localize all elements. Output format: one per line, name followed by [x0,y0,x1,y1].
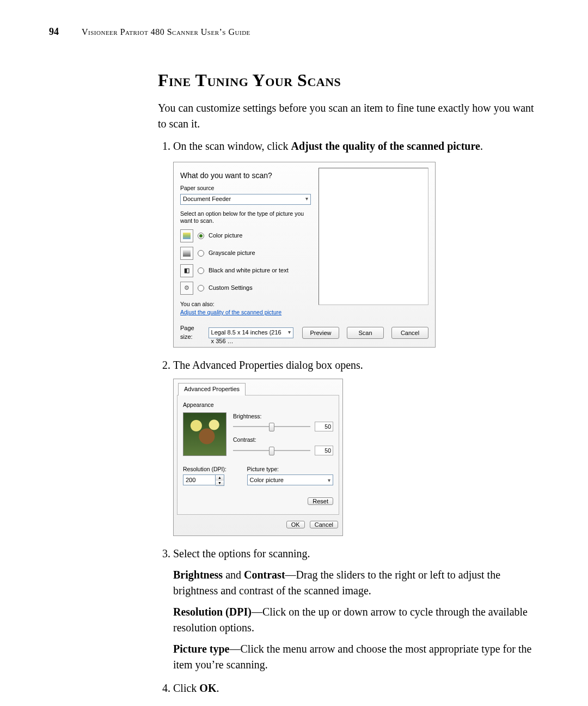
opt-color-label: Color picture [209,232,242,240]
resolution-value[interactable]: 200 [183,474,216,485]
bw-picture-icon: ◧ [180,264,193,277]
step-1-post: . [480,140,483,152]
brightness-slider[interactable] [233,426,310,427]
adjust-quality-link[interactable]: Adjust the quality of the scanned pictur… [180,308,311,317]
brightness-value[interactable]: 50 [315,422,333,431]
s3-brightness-bold: Brightness [173,569,223,581]
step-4-post: . [216,682,219,694]
grayscale-picture-icon [180,247,193,260]
step-4-bold: OK [199,682,216,694]
resolution-label: Resolution (DPI): [183,465,241,473]
opt-custom-row[interactable]: ⚙ Custom Settings [180,282,311,295]
opt-bw-label: Black and white picture or text [209,266,289,275]
step-1: On the scan window, click Adjust the qua… [173,138,539,348]
scan-button[interactable]: Scan [347,327,384,339]
ok-button[interactable]: OK [286,521,305,528]
cancel-button-d1[interactable]: Cancel [391,327,428,339]
step-4: Click OK. [173,680,539,696]
page-size-combo[interactable]: Legal 8.5 x 14 inches (216 x 356 … [209,327,293,338]
step-2: The Advanced Properties dialog box opens… [173,357,539,536]
preview-thumbnail [183,412,226,456]
intro-paragraph: You can customize settings before you sc… [158,100,539,132]
you-can-also-label: You can also: [180,300,311,308]
paper-source-combo[interactable]: Document Feeder [180,194,311,205]
opt-gray-label: Grayscale picture [209,249,255,258]
contrast-value[interactable]: 50 [315,446,333,455]
step-3: Select the options for scanning. Brightn… [173,546,539,673]
opt-custom-radio[interactable] [198,285,204,291]
brightness-label: Brightness: [233,412,333,421]
preview-button[interactable]: Preview [302,327,339,339]
s3-picturetype-bold: Picture type [173,643,230,655]
section-title: Fine Tuning Your Scans [158,70,539,90]
spin-down-icon[interactable]: ▼ [216,480,224,485]
scan-dialog: What do you want to scan? Paper source D… [173,162,436,348]
spin-up-icon[interactable]: ▲ [216,475,224,480]
page-size-label: Page size: [180,324,204,342]
scan-dialog-title: What do you want to scan? [180,170,311,181]
opt-bw-radio[interactable] [198,267,204,274]
opt-color-radio[interactable] [198,233,204,239]
preview-area [318,168,428,305]
advanced-properties-dialog: Advanced Properties Appearance Brightnes… [173,379,343,536]
step-1-pre: On the scan window, click [173,140,291,152]
s3-resolution-bold: Resolution (DPI) [173,606,252,618]
s3-contrast-bold: Contrast [244,569,285,581]
running-head: Visioneer Patriot 480 Scanner User’s Gui… [82,27,250,37]
advanced-properties-tab[interactable]: Advanced Properties [178,383,246,395]
opt-gray-row[interactable]: Grayscale picture [180,247,311,260]
opt-gray-radio[interactable] [198,250,204,257]
picture-type-label: Picture type: [247,465,333,473]
slider-thumb-icon[interactable] [269,423,274,431]
picture-type-combo[interactable]: Color picture [247,474,333,485]
s3-b1-mid: and [223,569,244,581]
step-3-text: Select the options for scanning. [173,546,539,562]
opt-color-row[interactable]: Color picture [180,229,311,242]
appearance-group-label: Appearance [183,401,333,409]
step-4-pre: Click [173,682,199,694]
opt-bw-row[interactable]: ◧ Black and white picture or text [180,264,311,277]
resolution-spinner[interactable]: 200 ▲▼ [183,474,241,486]
opt-custom-label: Custom Settings [209,284,253,293]
reset-button[interactable]: Reset [308,497,333,505]
scan-type-hint: Select an option below for the type of p… [180,210,311,225]
color-picture-icon [180,229,193,242]
contrast-slider[interactable] [233,450,310,451]
contrast-label: Contrast: [233,436,333,444]
page-number: 94 [49,26,71,38]
slider-thumb-icon[interactable] [269,447,274,455]
step-1-bold: Adjust the quality of the scanned pictur… [291,140,480,152]
step-2-text: The Advanced Properties dialog box opens… [173,357,539,373]
cancel-button-d2[interactable]: Cancel [310,521,338,528]
custom-settings-icon: ⚙ [180,282,193,295]
paper-source-label: Paper source [180,184,311,192]
